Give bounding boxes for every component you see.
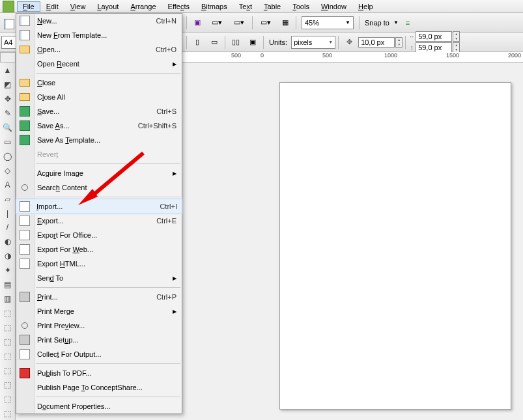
app-switch-icon[interactable]: ▦ [277, 15, 293, 31]
menu-item-label: Save As Template... [37, 136, 100, 144]
page-layout-icon[interactable]: ▯▯ [228, 35, 244, 50]
menu-item-export-for-office[interactable]: Export For Office... [16, 228, 182, 242]
menu-item-send-to[interactable]: Send To▶ [16, 271, 182, 285]
menu-item-document-properties[interactable]: Document Properties... [16, 399, 182, 413]
menu-window[interactable]: Window [315, 1, 352, 12]
basic-shapes-tool[interactable]: ⬚ [1, 321, 14, 334]
graph-paper-tool[interactable]: ▥ [1, 292, 14, 305]
menu-item-publish-to-pdf[interactable]: Publish To PDF... [16, 366, 182, 380]
new-doc-icon[interactable] [1, 16, 17, 32]
chevron-down-icon[interactable]: ▼ [393, 20, 399, 25]
menu-item-print-setup[interactable]: Print Setup... [16, 333, 182, 347]
pick-tool[interactable]: ▲ [1, 64, 14, 77]
menu-item-acquire-image[interactable]: Acquire Image▶ [16, 166, 182, 180]
spiral-tool[interactable]: ⬚ [1, 307, 14, 320]
connector-tool[interactable]: | [1, 207, 14, 220]
freehand-tool[interactable]: ✎ [1, 107, 14, 120]
spinner[interactable]: ▲▼ [453, 31, 460, 42]
menu-help[interactable]: Help [352, 1, 379, 12]
ruler-tick: 500 [322, 52, 332, 59]
search-icon [20, 320, 30, 331]
menu-view[interactable]: View [64, 1, 92, 12]
menu-item-open[interactable]: Open...Ctrl+O [16, 42, 182, 57]
menu-layout[interactable]: Layout [91, 1, 124, 12]
menu-item-export-html[interactable]: Export HTML... [16, 257, 182, 271]
menu-table[interactable]: Table [258, 1, 287, 12]
parallel-dim-tool[interactable]: ▱ [1, 193, 14, 206]
menu-item-export[interactable]: Export...Ctrl+E [16, 214, 182, 228]
orientation-portrait-icon[interactable]: ▯ [190, 35, 205, 50]
menu-item-label: Print... [37, 293, 58, 301]
menu-arrange[interactable]: Arrange [124, 1, 162, 12]
menu-effects[interactable]: Effects [162, 1, 195, 12]
menu-item-import[interactable]: Import...Ctrl+I [16, 199, 182, 214]
folder-icon [20, 92, 30, 102]
menu-item-collect-for-output[interactable]: Collect For Output... [16, 347, 182, 361]
window-dropdown[interactable]: ▭▾ [255, 15, 276, 31]
units-value: pixels [294, 38, 312, 46]
blend-tool[interactable]: ◐ [1, 235, 14, 248]
orientation-landscape-icon[interactable]: ▭ [206, 35, 222, 50]
duplicate-x-field[interactable]: 59,0 px [416, 31, 452, 42]
menu-item-print-merge[interactable]: Print Merge▶ [16, 304, 182, 318]
menu-item-search-content[interactable]: Search Content [16, 180, 182, 195]
smart-fill-tool[interactable]: ⬚ [1, 393, 14, 406]
nudge-distance-field[interactable]: 10,0 px [358, 37, 395, 48]
launch2-dropdown[interactable]: ▭▾ [229, 15, 249, 31]
duplicate-y-field[interactable]: 59,0 px [416, 42, 452, 53]
menu-item-save-as-template[interactable]: Save As Template... [16, 133, 182, 147]
menu-item-save[interactable]: Save...Ctrl+S [16, 104, 182, 119]
document-page[interactable] [279, 82, 511, 410]
nudge-icon: ✥ [341, 35, 357, 50]
table-tool[interactable]: ▤ [1, 278, 14, 291]
menu-item-new[interactable]: New...Ctrl+N [16, 14, 182, 28]
text-tool[interactable]: A [1, 178, 14, 191]
menu-text[interactable]: Text [233, 1, 258, 12]
menu-item-print-preview[interactable]: Print Preview... [16, 318, 182, 333]
menu-item-label: Acquire Image [37, 169, 83, 177]
pointer-tool-icon[interactable]: ▣ [190, 15, 205, 31]
menu-item-revert: Revert [16, 147, 182, 161]
crop-tool[interactable]: ✥ [1, 92, 14, 105]
file-menu-dropdown: New...Ctrl+NNew From Template...Open...C… [16, 13, 182, 414]
menu-item-save-as[interactable]: Save As...Ctrl+Shift+S [16, 119, 182, 133]
menu-bitmaps[interactable]: Bitmaps [195, 1, 233, 12]
rectangle-tool[interactable]: ▭ [1, 135, 14, 148]
shape-tool[interactable]: ◩ [1, 78, 14, 91]
banner-tool[interactable]: ⬚ [1, 364, 14, 377]
snap-options-icon[interactable]: ≡ [400, 15, 416, 31]
menu-item-close-all[interactable]: Close All [16, 90, 182, 104]
arrow-shapes-tool[interactable]: ⬚ [1, 335, 14, 348]
export-icon [20, 259, 30, 269]
polygon-tool[interactable]: ◇ [1, 164, 14, 177]
pdf-icon [20, 368, 30, 378]
menu-file[interactable]: File [17, 1, 40, 12]
zoom-combobox[interactable]: 45% ▼ [302, 16, 354, 29]
menu-item-export-for-web[interactable]: Export For Web... [16, 242, 182, 257]
spinner[interactable]: ▲▼ [395, 37, 403, 48]
zoom-tool[interactable]: 🔍 [1, 121, 14, 134]
star-tool[interactable]: ✦ [1, 264, 14, 277]
eyedropper-tool[interactable]: ⬚ [1, 407, 14, 420]
zoom-value: 45% [305, 19, 319, 27]
menu-item-print[interactable]: Print...Ctrl+P [16, 290, 182, 304]
menu-tools[interactable]: Tools [287, 1, 315, 12]
menu-separator [36, 287, 180, 288]
units-combobox[interactable]: pixels ▼ [291, 36, 335, 49]
flowchart-tool[interactable]: ⬚ [1, 350, 14, 363]
menu-item-label: Publish Page To ConceptShare... [37, 384, 143, 391]
spinner[interactable]: ▲▼ [453, 42, 460, 53]
launch-dropdown[interactable]: ▭▾ [206, 15, 227, 31]
separator [186, 16, 187, 29]
menu-item-close[interactable]: Close [16, 76, 182, 90]
line-tool[interactable]: / [1, 221, 14, 234]
ellipse-tool[interactable]: ◯ [1, 150, 14, 163]
callout-tool[interactable]: ⬚ [1, 378, 14, 391]
menu-item-new-from-template[interactable]: New From Template... [16, 28, 182, 42]
facing-pages-icon[interactable]: ▣ [245, 35, 261, 50]
menu-item-publish-page-to-conceptshare[interactable]: Publish Page To ConceptShare... [16, 380, 182, 395]
menu-separator [36, 363, 180, 364]
contour-tool[interactable]: ◑ [1, 249, 14, 262]
menu-item-open-recent[interactable]: Open Recent▶ [16, 57, 182, 71]
menu-edit[interactable]: Edit [40, 1, 64, 12]
